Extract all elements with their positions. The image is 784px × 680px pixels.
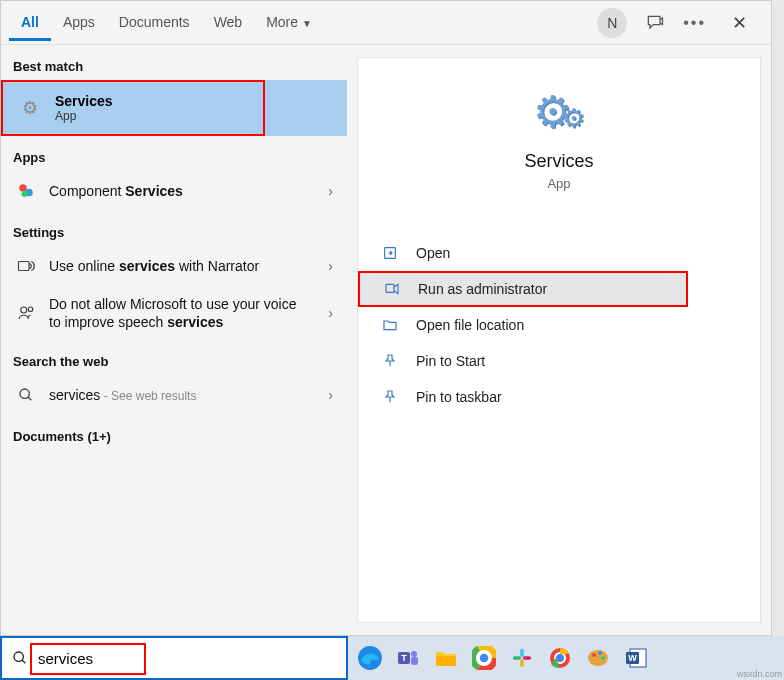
chevron-right-icon: › [328, 305, 333, 321]
best-match-subtitle: App [55, 109, 113, 123]
component-services-icon [15, 182, 37, 200]
caret-down-icon: ▼ [302, 18, 312, 29]
detail-pane: ⚙⚙ Services App Open Run as administrato… [357, 57, 761, 623]
taskbar-teams-icon[interactable]: T [392, 642, 424, 674]
search-input[interactable] [34, 638, 338, 678]
search-icon [12, 650, 28, 666]
svg-rect-24 [520, 659, 524, 667]
svg-point-5 [28, 307, 33, 312]
section-best-match: Best match [1, 45, 347, 80]
section-documents: Documents (1+) [1, 415, 347, 450]
settings-result-narrator[interactable]: Use online services with Narrator › [1, 246, 347, 286]
svg-point-31 [601, 656, 605, 660]
pin-taskbar-icon [380, 389, 400, 405]
tab-web[interactable]: Web [202, 4, 255, 41]
chevron-right-icon: › [328, 258, 333, 274]
taskbar-slack-icon[interactable] [506, 642, 538, 674]
svg-point-13 [411, 651, 417, 657]
svg-rect-23 [513, 656, 521, 660]
web-result-services[interactable]: services - See web results › [1, 375, 347, 415]
pin-start-icon [380, 353, 400, 369]
svg-point-9 [14, 652, 23, 661]
svg-point-6 [20, 389, 29, 398]
open-icon [380, 245, 400, 261]
action-open[interactable]: Open [358, 235, 760, 271]
search-icon [15, 387, 37, 403]
speech-icon [15, 304, 37, 322]
svg-text:W: W [628, 653, 637, 663]
taskbar-explorer-icon[interactable] [430, 642, 462, 674]
svg-text:T: T [401, 653, 407, 663]
best-match-title: Services [55, 93, 113, 109]
svg-rect-8 [386, 284, 394, 292]
feedback-icon[interactable] [645, 13, 665, 33]
services-large-gear-icon: ⚙⚙ [378, 86, 740, 137]
taskbar-chrome-icon[interactable] [468, 642, 500, 674]
chevron-right-icon: › [328, 387, 333, 403]
svg-point-2 [22, 191, 28, 197]
detail-subtitle: App [378, 176, 740, 191]
best-match-result[interactable]: ⚙ Services App [1, 80, 265, 136]
detail-title: Services [378, 151, 740, 172]
watermark: wsxdn.com [737, 669, 782, 679]
results-pane: Best match ⚙ Services App Apps Comp [1, 45, 347, 635]
svg-point-4 [21, 307, 27, 313]
section-settings: Settings [1, 211, 347, 246]
svg-rect-14 [411, 657, 418, 665]
svg-rect-3 [19, 262, 30, 271]
action-pin-to-taskbar[interactable]: Pin to taskbar [358, 379, 760, 415]
settings-result-speech[interactable]: Do not allow Microsoft to use your voice… [1, 286, 347, 340]
tab-all[interactable]: All [9, 4, 51, 41]
taskbar-word-icon[interactable]: W [620, 642, 652, 674]
more-options-icon[interactable]: ••• [683, 14, 706, 32]
apps-result-component-services[interactable]: Component Services › [1, 171, 347, 211]
svg-point-29 [592, 653, 596, 657]
user-avatar[interactable]: N [597, 8, 627, 38]
svg-rect-22 [520, 649, 524, 657]
svg-point-30 [598, 651, 602, 655]
taskbar: T W [348, 636, 784, 680]
search-tabs: All Apps Documents Web More▼ N ••• ✕ [1, 1, 771, 45]
admin-shield-icon [382, 281, 402, 297]
svg-rect-15 [436, 656, 456, 666]
action-open-file-location[interactable]: Open file location [358, 307, 760, 343]
taskbar-paint-icon[interactable] [582, 642, 614, 674]
taskbar-chrome2-icon[interactable] [544, 642, 576, 674]
close-icon[interactable]: ✕ [724, 8, 755, 38]
action-run-as-administrator[interactable]: Run as administrator [358, 271, 688, 307]
narrator-icon [15, 257, 37, 275]
folder-icon [380, 317, 400, 333]
services-gear-icon: ⚙ [17, 95, 43, 121]
section-search-web: Search the web [1, 340, 347, 375]
action-pin-to-start[interactable]: Pin to Start [358, 343, 760, 379]
section-apps: Apps [1, 136, 347, 171]
search-bar[interactable] [0, 636, 348, 680]
chevron-right-icon: › [328, 183, 333, 199]
tab-apps[interactable]: Apps [51, 4, 107, 41]
tab-more[interactable]: More▼ [254, 4, 324, 41]
svg-rect-25 [523, 656, 531, 660]
svg-point-0 [19, 184, 27, 192]
tab-documents[interactable]: Documents [107, 4, 202, 41]
taskbar-edge-icon[interactable] [354, 642, 386, 674]
